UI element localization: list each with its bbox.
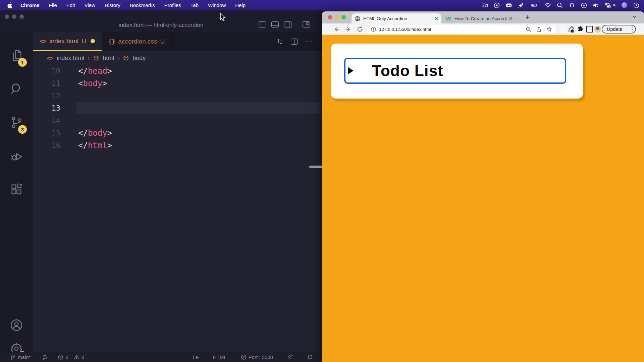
tab-label: accordion.css (118, 38, 157, 45)
close-window-button[interactable] (5, 14, 9, 19)
update-button[interactable]: Update (602, 25, 636, 34)
bookmark-star-icon[interactable] (546, 26, 552, 32)
wifi-icon[interactable] (545, 2, 551, 8)
code-line: 12 (33, 89, 322, 102)
zoom-window-button[interactable] (341, 15, 346, 19)
chrome-menu-dots-icon[interactable] (632, 27, 633, 32)
open-changes-icon[interactable] (276, 38, 283, 45)
menu-item-help[interactable]: Help (235, 2, 246, 8)
rocket-icon[interactable] (518, 2, 524, 8)
volume-icon[interactable] (593, 2, 599, 8)
eol-status[interactable]: LF (193, 354, 199, 360)
menu-item-file[interactable]: File (49, 2, 57, 8)
sync-icon[interactable] (42, 354, 48, 360)
menu-item-history[interactable]: History (105, 2, 120, 8)
code-editor[interactable]: 10 </head> 11 <body> 12 13 14 15 </body>… (33, 65, 322, 352)
menu-item-profiles[interactable]: Profiles (164, 2, 181, 8)
live-server-port-status[interactable]: Port : 5500 (241, 354, 273, 360)
close-tab-icon[interactable] (435, 17, 438, 20)
control-center-icon[interactable] (605, 2, 611, 8)
tab-title: HTML Only Accordion (363, 16, 432, 21)
extension-eyedropper-icon[interactable] (568, 26, 574, 33)
close-tab-icon[interactable] (509, 17, 513, 20)
notifications-bell-icon[interactable] (307, 354, 313, 360)
code-line-current[interactable]: 13 (33, 102, 322, 114)
breadcrumb-file[interactable]: index.html (57, 55, 84, 62)
apple-icon[interactable] (7, 2, 12, 8)
feedback-icon[interactable] (287, 354, 293, 360)
siri-icon[interactable] (622, 2, 627, 8)
extension-reader-icon[interactable] (586, 26, 593, 33)
html-file-icon: <> (40, 38, 46, 45)
split-editor-icon[interactable] (291, 39, 298, 45)
chevron-right-icon: › (117, 55, 119, 62)
search-icon[interactable] (0, 79, 33, 99)
toggle-panel-icon[interactable] (271, 21, 279, 27)
more-actions-icon[interactable]: ··· (305, 40, 313, 43)
tab-accordion-css[interactable]: {} accordion.css U (102, 32, 172, 51)
forward-icon[interactable] (344, 25, 352, 33)
toggle-secondary-sidebar-icon[interactable] (284, 21, 291, 27)
toggle-primary-sidebar-icon[interactable] (259, 21, 266, 27)
menu-item-edit[interactable]: Edit (66, 2, 75, 8)
explorer-icon[interactable] (0, 45, 33, 65)
symbol-cube-icon (123, 55, 129, 61)
back-icon[interactable] (332, 25, 340, 33)
extensions-icon[interactable] (0, 179, 33, 199)
site-info-icon[interactable] (371, 27, 376, 32)
customize-layout-icon[interactable] (303, 21, 310, 27)
menu-item-tab[interactable]: Tab (191, 2, 199, 8)
tab-label: index.html (49, 38, 78, 45)
clock-icon[interactable] (633, 2, 639, 8)
globe-favicon (355, 16, 361, 21)
screen-camera-icon[interactable] (482, 2, 488, 8)
tab-how-to-create-accordion[interactable]: W How To Create an Accordion (445, 13, 514, 23)
profile-avatar[interactable] (594, 26, 601, 33)
code-line: 14 (33, 114, 322, 127)
address-bar[interactable]: 127.0.0.1:5500/index.html (367, 25, 556, 34)
zoom-window-button[interactable] (19, 14, 24, 19)
url-text[interactable]: 127.0.0.1:5500/index.html (379, 27, 521, 32)
minimize-window-button[interactable] (12, 14, 16, 19)
minimize-window-button[interactable] (335, 15, 339, 19)
extensions-puzzle-icon[interactable] (577, 26, 584, 33)
source-control-badge: 3 (18, 125, 27, 134)
new-tab-button[interactable]: + (523, 12, 533, 22)
account-icon[interactable] (0, 315, 33, 335)
git-branch-status[interactable]: main* (10, 354, 31, 360)
tab-search-chevron-icon[interactable] (633, 15, 637, 18)
menu-item-window[interactable]: Window (208, 2, 226, 8)
tab-title: How To Create an Accordion (454, 16, 506, 21)
editor-tab-bar: <> index.html U {} accordion.css U ··· (33, 32, 322, 51)
menu-item-view[interactable]: View (85, 2, 95, 8)
menu-app-name[interactable]: Chrome (20, 2, 40, 8)
menu-item-bookmarks[interactable]: Bookmarks (130, 2, 155, 8)
record-icon[interactable] (494, 2, 500, 8)
source-control-icon[interactable] (0, 112, 33, 132)
breadcrumb-body[interactable]: body (132, 55, 146, 62)
tab-index-html[interactable]: <> index.html U (33, 32, 102, 51)
dirty-dot[interactable] (91, 39, 95, 43)
w3schools-favicon: W (446, 16, 452, 21)
language-status[interactable]: HTML (213, 354, 227, 360)
warnings-status[interactable]: 0 (74, 354, 84, 360)
tab-html-only-accordion[interactable]: HTML Only Accordion (352, 13, 441, 23)
reload-icon[interactable] (356, 25, 364, 33)
breadcrumb-html[interactable]: html (103, 55, 114, 62)
spotlight-search-icon[interactable] (557, 2, 563, 8)
accordion-summary[interactable]: Todo List (344, 58, 566, 84)
chrome-tab-strip: HTML Only Accordion W How To Create an A… (322, 11, 644, 23)
sash-drag-handle[interactable] (309, 166, 322, 168)
desktop: Chrome File Edit View History Bookmarks … (0, 0, 644, 362)
play-circle-icon[interactable] (581, 2, 587, 8)
battery-icon[interactable] (530, 2, 539, 8)
errors-status[interactable]: 0 (58, 354, 68, 360)
close-window-button[interactable] (328, 15, 332, 19)
run-debug-icon[interactable] (0, 146, 33, 166)
zoom-icon[interactable] (526, 26, 531, 32)
vscode-title-bar[interactable]: index.html — html-only-accordion (0, 10, 322, 32)
share-icon[interactable] (536, 26, 542, 32)
symbol-cube-icon (93, 55, 99, 61)
video-call-icon[interactable] (506, 2, 512, 8)
braces-status-icon[interactable]: {} (569, 2, 575, 8)
